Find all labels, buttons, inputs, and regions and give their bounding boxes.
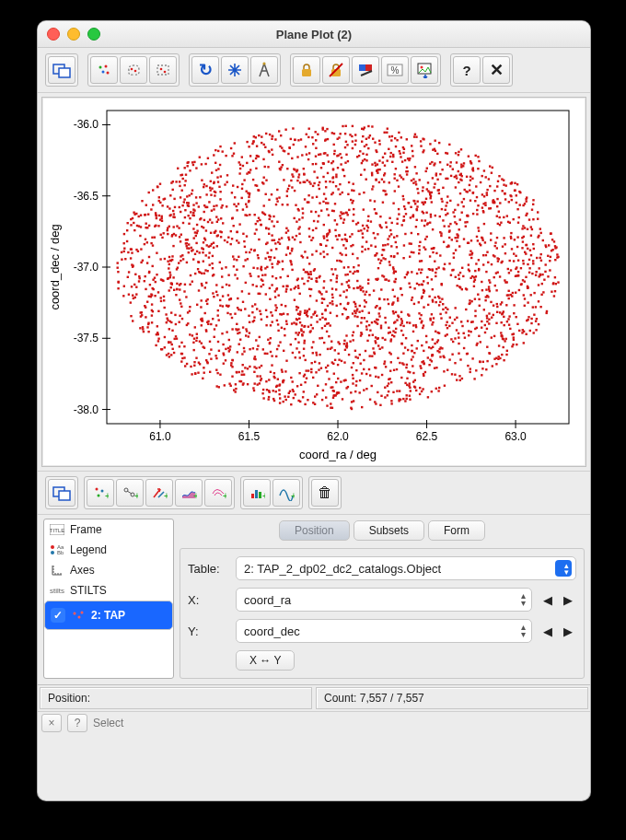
svg-rect-55 <box>365 159 367 161</box>
svg-rect-2244 <box>377 391 378 393</box>
svg-rect-589 <box>189 306 191 308</box>
svg-rect-1945 <box>215 216 217 217</box>
svg-rect-592 <box>528 272 530 274</box>
tree-item-stilts[interactable]: stilts STILTS <box>44 580 173 601</box>
svg-rect-2188 <box>368 334 370 336</box>
svg-rect-1883 <box>530 322 532 324</box>
lock-x-button[interactable] <box>293 56 320 84</box>
svg-rect-1130 <box>336 223 338 225</box>
svg-rect-729 <box>508 315 510 317</box>
svg-rect-1309 <box>345 141 347 143</box>
svg-rect-2176 <box>271 262 272 264</box>
svg-rect-1714 <box>277 379 279 380</box>
add-mark-layer-button[interactable]: + <box>87 479 114 507</box>
tree-item-legend[interactable]: AaBb Legend <box>44 540 173 560</box>
svg-rect-279 <box>312 237 314 239</box>
svg-rect-968 <box>216 176 218 178</box>
scatter-plot[interactable]: -36.0-36.5-37.0-37.5-38.061.061.562.062.… <box>42 98 582 466</box>
tab-subsets[interactable]: Subsets <box>354 520 424 541</box>
add-histogram-layer-button[interactable]: + <box>243 479 271 507</box>
plot-area[interactable]: -36.0-36.5-37.0-37.5-38.061.061.562.062.… <box>42 98 585 466</box>
svg-rect-524 <box>448 262 450 264</box>
svg-rect-976 <box>440 235 442 237</box>
helpbar-help-button[interactable]: ? <box>67 714 87 732</box>
svg-rect-2644 <box>384 317 386 319</box>
svg-rect-1955 <box>348 181 350 183</box>
x-prev-button[interactable]: ◀ <box>539 590 556 609</box>
replot-button[interactable]: ↻ <box>191 56 219 84</box>
svg-rect-2330 <box>164 258 166 260</box>
svg-rect-1353 <box>354 350 356 352</box>
legend-icon: AaBb <box>50 542 64 557</box>
close-button[interactable]: ✕ <box>482 56 510 84</box>
svg-rect-2829 <box>489 290 491 292</box>
y-field-select[interactable]: coord_dec ▴▾ <box>236 619 532 643</box>
svg-rect-1257 <box>285 360 287 362</box>
table-select[interactable]: 2: TAP_2_dp02_dc2_catalogs.Object ▴▾ <box>236 556 576 580</box>
helpbar-close-button[interactable]: × <box>41 714 62 732</box>
svg-rect-2577 <box>542 239 544 241</box>
svg-rect-514 <box>323 286 325 288</box>
svg-rect-239 <box>297 139 299 141</box>
svg-rect-2657 <box>513 336 515 338</box>
layer-tree[interactable]: TITLE Frame AaBb Legend Axes stilts STIL… <box>43 519 174 679</box>
svg-rect-2210 <box>179 236 180 238</box>
swap-xy-button[interactable]: X ↔ Y <box>236 650 295 671</box>
x-next-button[interactable]: ▶ <box>560 590 576 609</box>
float-layer-controls-button[interactable] <box>48 479 75 507</box>
svg-rect-2229 <box>365 388 367 390</box>
svg-rect-1137 <box>274 138 276 140</box>
float-controls-button[interactable] <box>48 56 75 84</box>
add-area-layer-button[interactable]: + <box>175 479 203 507</box>
measure-button[interactable] <box>250 56 278 84</box>
y-next-button[interactable]: ▶ <box>560 622 576 640</box>
percent-button[interactable]: % <box>381 56 409 84</box>
svg-rect-639 <box>523 262 525 264</box>
tree-item-layer-1[interactable]: ✓ 2: TAP <box>44 601 173 630</box>
svg-rect-1016 <box>283 401 284 402</box>
add-contour-layer-button[interactable]: + <box>204 479 232 507</box>
tab-form[interactable]: Form <box>428 520 485 541</box>
svg-rect-1837 <box>395 311 397 313</box>
lock-y-button[interactable] <box>322 56 350 84</box>
delete-layer-button[interactable]: 🗑 <box>311 479 339 507</box>
blob-subset-button[interactable] <box>120 56 147 84</box>
tree-item-frame[interactable]: TITLE Frame <box>44 519 173 540</box>
svg-rect-2119 <box>211 243 213 245</box>
svg-rect-605 <box>231 238 233 239</box>
histogram-icon: + <box>249 484 265 501</box>
subset-from-visible-button[interactable] <box>90 56 118 84</box>
svg-rect-836 <box>194 373 196 375</box>
x-field-select[interactable]: coord_ra ▴▾ <box>236 588 532 612</box>
svg-rect-2305 <box>214 194 215 196</box>
svg-rect-2539 <box>308 276 310 278</box>
tree-item-label: Legend <box>70 543 107 556</box>
help-button[interactable]: ? <box>453 56 481 84</box>
svg-rect-189 <box>441 201 443 203</box>
svg-rect-932 <box>298 218 300 220</box>
tab-position[interactable]: Position <box>279 520 350 541</box>
svg-rect-1544 <box>516 246 518 248</box>
svg-rect-2474 <box>170 282 172 284</box>
add-pair-layer-button[interactable]: + <box>116 479 144 507</box>
sketch-toggle-button[interactable] <box>352 56 379 84</box>
add-vector-layer-button[interactable]: + <box>145 479 173 507</box>
svg-rect-1034 <box>268 150 270 152</box>
svg-rect-998 <box>458 170 459 172</box>
y-prev-button[interactable]: ◀ <box>539 622 556 640</box>
titlebar[interactable]: Plane Plot (2) <box>38 21 590 48</box>
export-image-button[interactable] <box>411 56 438 84</box>
rect-subset-button[interactable] <box>149 56 177 84</box>
svg-rect-2769 <box>357 222 359 224</box>
tree-item-axes[interactable]: Axes <box>44 560 173 580</box>
svg-rect-1486 <box>423 204 424 205</box>
rescale-button[interactable] <box>221 56 249 84</box>
svg-rect-981 <box>140 311 142 313</box>
layer-visible-checkbox[interactable]: ✓ <box>51 608 65 623</box>
svg-rect-2469 <box>164 307 166 309</box>
svg-rect-666 <box>154 295 156 297</box>
svg-rect-2760 <box>296 221 297 223</box>
svg-rect-191 <box>230 243 232 245</box>
svg-rect-522 <box>352 202 354 204</box>
add-function-layer-button[interactable]: + <box>272 479 300 507</box>
